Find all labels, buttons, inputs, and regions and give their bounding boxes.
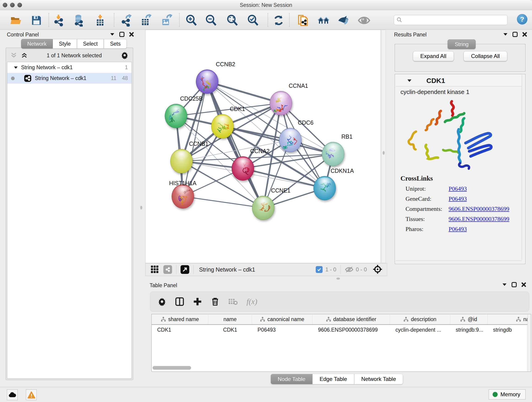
network-node-HIST1H1A[interactable] bbox=[172, 184, 194, 209]
detach-view-button[interactable] bbox=[181, 265, 189, 274]
close-panel-button[interactable] bbox=[521, 282, 526, 287]
float-panel-button[interactable] bbox=[511, 282, 517, 287]
crosslink-link[interactable]: P06493 bbox=[449, 196, 467, 202]
column-header-shared-name[interactable]: shared name bbox=[152, 314, 208, 324]
import-network-database-button[interactable] bbox=[72, 14, 85, 27]
tab-sets[interactable]: Sets bbox=[104, 39, 127, 49]
float-panel-button[interactable] bbox=[512, 32, 518, 37]
table-row[interactable]: CDK1CDK1P064939606.ENSP00000378699cyclin… bbox=[152, 325, 531, 335]
tab-style[interactable]: Style bbox=[53, 39, 77, 49]
table-cell[interactable]: stringdb:9... bbox=[450, 325, 488, 335]
function-builder-button[interactable]: f(x) bbox=[247, 297, 257, 306]
memory-button[interactable]: Memory bbox=[489, 389, 526, 400]
string-import-button[interactable] bbox=[297, 14, 310, 27]
network-right-splitter[interactable] bbox=[381, 30, 386, 263]
cloud-button[interactable] bbox=[7, 389, 18, 400]
save-session-button[interactable] bbox=[30, 14, 43, 27]
import-network-file-button[interactable] bbox=[52, 14, 65, 27]
table-cell[interactable]: cyclin-dependent ... bbox=[390, 325, 450, 335]
column-header-name[interactable]: name bbox=[208, 314, 252, 324]
table-cell[interactable]: CDK1 bbox=[208, 325, 252, 335]
splitter-knob[interactable] bbox=[383, 151, 385, 155]
table-vertical-scrollbar[interactable] bbox=[527, 314, 531, 371]
network-canvas[interactable]: CCNB2CCNA1CDC25BCDK1CDC6RB1CCNB1CCNA2CDK… bbox=[145, 30, 381, 263]
zoom-selected-button[interactable] bbox=[247, 14, 259, 27]
tab-node-table[interactable]: Node Table bbox=[271, 374, 312, 384]
collapse-panel-button[interactable] bbox=[503, 32, 508, 37]
column-header-database-identifier[interactable]: database identifier bbox=[312, 314, 390, 324]
show-columns-button[interactable] bbox=[175, 297, 184, 306]
search-input[interactable] bbox=[402, 17, 507, 23]
open-session-button[interactable] bbox=[10, 14, 22, 27]
table-cell[interactable]: stringdb bbox=[488, 325, 531, 335]
crosslink-link[interactable]: P06493 bbox=[449, 226, 467, 232]
tab-network-table[interactable]: Network Table bbox=[354, 374, 403, 384]
tab-edge-table[interactable]: Edge Table bbox=[312, 374, 354, 384]
delete-column-button[interactable] bbox=[211, 297, 220, 306]
collapse-panel-button[interactable] bbox=[502, 282, 507, 287]
collapse-all-networks-button[interactable] bbox=[10, 52, 17, 59]
float-panel-button[interactable] bbox=[119, 32, 125, 37]
expand-all-networks-button[interactable] bbox=[21, 52, 28, 59]
entry-header[interactable]: CDK1 bbox=[396, 75, 522, 86]
network-edge-HIST1H1A-CCNE1[interactable] bbox=[183, 196, 263, 208]
birdseye-view-button[interactable] bbox=[373, 264, 382, 275]
crosslink-link[interactable]: 9606.ENSP00000378699 bbox=[449, 216, 509, 222]
grid-view-button[interactable] bbox=[151, 265, 159, 274]
string-home-button[interactable] bbox=[317, 14, 330, 27]
zoom-fit-button[interactable] bbox=[226, 14, 239, 27]
network-badge-button[interactable] bbox=[163, 265, 172, 274]
add-column-button[interactable] bbox=[193, 297, 202, 306]
network-node-CDK1[interactable] bbox=[211, 114, 234, 138]
string-glass-button[interactable] bbox=[358, 14, 370, 27]
network-row[interactable]: String Network – cdk1 11 48 bbox=[7, 73, 132, 84]
string-enhance-button[interactable] bbox=[337, 14, 350, 27]
delete-table-button[interactable] bbox=[228, 298, 238, 306]
tab-network[interactable]: Network bbox=[21, 39, 53, 49]
network-node-CCNE1[interactable] bbox=[252, 196, 274, 220]
export-network-file-button[interactable] bbox=[120, 14, 133, 27]
network-collection-row[interactable]: String Network – cdk1 1 bbox=[7, 62, 132, 73]
export-table-file-button[interactable] bbox=[139, 14, 152, 27]
column-header-description[interactable]: description bbox=[390, 314, 450, 324]
close-panel-button[interactable] bbox=[522, 32, 527, 37]
table-cell[interactable]: CDK1 bbox=[152, 325, 208, 335]
tab-string[interactable]: String bbox=[448, 39, 476, 49]
close-panel-button[interactable] bbox=[129, 32, 134, 37]
table-cell[interactable]: 9606.ENSP00000378699 bbox=[312, 325, 390, 335]
results-vertical-scrollbar[interactable] bbox=[522, 75, 525, 260]
search-field[interactable] bbox=[394, 15, 507, 25]
zoom-out-button[interactable] bbox=[205, 14, 217, 27]
network-node-CCNA2[interactable] bbox=[232, 156, 254, 181]
bottom-splitter-knob[interactable] bbox=[336, 278, 340, 280]
import-table-file-button[interactable] bbox=[94, 14, 107, 27]
network-node-CDKN1A[interactable] bbox=[313, 176, 336, 200]
export-image-button[interactable] bbox=[160, 14, 172, 27]
collapse-panel-button[interactable] bbox=[109, 32, 115, 37]
expand-all-button[interactable]: Expand All bbox=[413, 51, 454, 61]
network-node-CCNA1[interactable] bbox=[270, 91, 292, 115]
selected-nodes-checkbox[interactable] bbox=[316, 266, 323, 273]
tab-select[interactable]: Select bbox=[77, 39, 104, 49]
collapse-all-button[interactable]: Collapse All bbox=[463, 51, 507, 61]
column-header-canonical-name[interactable]: canonical name bbox=[252, 314, 312, 324]
network-node-CDC25B[interactable] bbox=[165, 104, 187, 128]
network-node-RB1[interactable] bbox=[322, 142, 344, 166]
network-node-CDC6[interactable] bbox=[279, 128, 302, 152]
crosslink-link[interactable]: 9606.ENSP00000378699 bbox=[449, 206, 509, 212]
column-header-namespace[interactable]: namespace bbox=[488, 314, 531, 324]
network-options-button[interactable] bbox=[121, 51, 128, 60]
zoom-in-button[interactable] bbox=[185, 14, 198, 27]
table-horizontal-scrollbar[interactable] bbox=[152, 366, 191, 370]
column-header--id[interactable]: @id bbox=[450, 314, 488, 324]
table-options-button[interactable] bbox=[158, 297, 166, 306]
table-cell[interactable]: P06493 bbox=[252, 325, 312, 335]
left-splitter-knob[interactable] bbox=[140, 206, 142, 210]
network-node-CCNB2[interactable] bbox=[196, 70, 218, 94]
crosslink-link[interactable]: P06493 bbox=[449, 185, 467, 192]
warnings-button[interactable] bbox=[26, 389, 37, 400]
refresh-view-button[interactable] bbox=[272, 14, 285, 27]
results-horizontal-scrollbar[interactable] bbox=[396, 260, 522, 263]
network-node-CCNB1[interactable] bbox=[170, 149, 193, 173]
help-button[interactable]: ? bbox=[517, 14, 527, 25]
